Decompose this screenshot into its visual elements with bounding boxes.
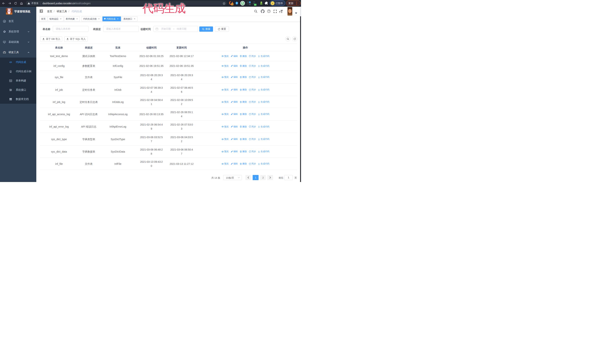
- svg-text:on: on: [254, 4, 256, 6]
- svg-text:1: 1: [232, 3, 233, 5]
